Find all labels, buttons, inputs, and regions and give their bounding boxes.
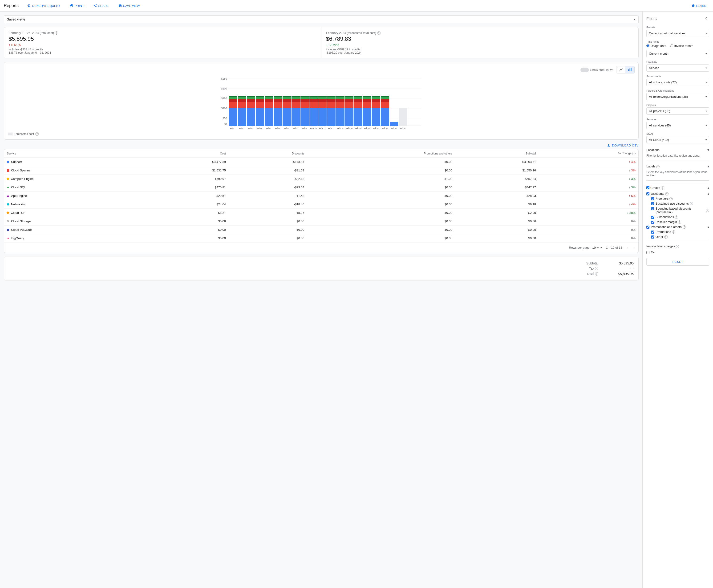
subtotal-cell: $3,303.51 [455,158,539,166]
download-csv-button[interactable]: DOWNLOAD CSV [607,143,638,147]
services-select[interactable]: All services (45) [646,122,709,129]
promo-others-help-icon[interactable]: ? [683,225,686,229]
skus-select[interactable]: All SKUs (402) [646,136,709,143]
discounts-item: Discounts ? ▴ [646,192,709,195]
services-dropdown[interactable]: All services (45) [646,122,709,129]
prev-page-button[interactable]: ‹ [626,245,629,250]
summary-actual-help-icon[interactable]: ? [55,31,58,35]
show-cumulative-toggle[interactable]: Show cumulative [581,68,613,72]
subscriptions-help-icon[interactable]: ? [675,215,678,219]
collapse-sidebar-button[interactable] [703,15,709,22]
discounts-checkbox[interactable] [646,192,649,195]
footer-tax-value: — [612,267,634,270]
promo-others-chevron-up-icon[interactable]: ▴ [708,225,709,229]
presets-dropdown[interactable]: Current month, all services [646,30,709,37]
folders-select[interactable]: All folders/organizations (28) [646,93,709,100]
cost-cell: $0.00 [145,234,229,243]
labels-toggle-row[interactable]: Labels ? ▾ [646,163,709,170]
print-button[interactable]: PRINT [67,2,87,9]
invoice-charges-help-icon[interactable]: ? [676,245,679,248]
promo-and-others-checkbox[interactable] [646,226,649,229]
svg-rect-40 [256,97,264,99]
tax-checkbox[interactable] [646,251,649,254]
promo-cell: $0.00 [307,166,455,175]
promotions-help-icon[interactable]: ? [672,230,675,234]
presets-select[interactable]: Current month, all services [646,30,709,37]
subaccounts-dropdown[interactable]: All subaccounts (27) [646,79,709,86]
free-tiers-checkbox[interactable] [651,197,654,201]
credits-help-icon[interactable]: ? [661,186,664,190]
svg-text:Feb 10: Feb 10 [310,127,317,129]
summary-actual-change-desc: $35.73 over January 6 – 31, 2024 [9,51,316,55]
svg-rect-47 [265,96,273,97]
save-view-button[interactable]: SAVE VIEW [116,2,143,9]
projects-select[interactable]: All projects (53) [646,107,709,115]
cumulative-switch[interactable] [581,68,589,72]
free-tiers-help-icon[interactable]: ? [669,197,673,201]
sustained-use-help-icon[interactable]: ? [690,202,693,205]
skus-dropdown[interactable]: All SKUs (402) [646,136,709,143]
next-page-button[interactable]: › [633,245,635,250]
locations-toggle-row[interactable]: Locations ▾ [646,147,709,153]
generate-query-button[interactable]: GENERATE QUERY [24,2,63,9]
other-checkbox[interactable] [651,235,654,238]
summary-forecast-help-icon[interactable]: ? [377,31,380,35]
discounts-help-icon[interactable]: ? [665,192,669,195]
svg-rect-37 [256,108,264,126]
skus-label: SKUs [646,132,709,135]
line-chart-button[interactable] [616,66,625,73]
labels-help-icon[interactable]: ? [656,165,659,168]
svg-rect-117 [372,99,380,102]
svg-rect-123 [381,99,389,102]
saved-views-select[interactable]: Saved views ▾ [4,15,638,23]
other-help-icon[interactable]: ? [664,235,668,238]
summary-row: February 1 – 26, 2024 (total cost) ? $5,… [4,27,638,58]
usage-date-radio[interactable]: Usage date [646,44,666,47]
service-cell: ★ BigQuery [4,234,145,243]
svg-rect-71 [300,96,309,97]
svg-rect-50 [274,102,282,108]
footer-tax-row: Tax ? — [9,266,634,271]
current-month-select[interactable]: Current month [646,50,709,57]
svg-text:Feb 28: Feb 28 [400,127,406,129]
reseller-margin-checkbox[interactable] [651,220,654,224]
rows-per-page-select[interactable]: 10 25 50 [591,246,600,250]
discounts-chevron-up-icon[interactable]: ▴ [708,192,709,195]
group-by-select[interactable]: Service [646,64,709,71]
change-cell: ↑ 4% [539,158,638,166]
data-table: Service Cost Discounts Promotions and ot… [4,149,638,253]
labels-chevron-down-icon[interactable]: ▾ [707,164,709,169]
svg-rect-59 [282,96,291,97]
group-by-dropdown[interactable]: Service [646,64,709,71]
total-help-icon[interactable]: ? [595,272,598,275]
invoice-month-radio[interactable]: Invoice month [670,44,693,47]
tax-help-icon[interactable]: ? [595,267,598,270]
credits-checkbox[interactable] [646,186,649,189]
table-row: Compute Engine $590.97 -$32.13 -$1.00 $5… [4,175,638,183]
svg-text:$50: $50 [223,117,227,120]
svg-text:Feb 16: Feb 16 [346,127,353,129]
folders-dropdown[interactable]: All folders/organizations (28) [646,93,709,100]
svg-rect-73 [309,108,318,126]
table-row: Networking $24.64 -$18.46 $0.00 $6.18 ↑ … [4,200,638,209]
spending-based-checkbox[interactable] [651,207,654,210]
forecasted-help-icon[interactable]: ? [35,132,39,135]
locations-chevron-down-icon[interactable]: ▾ [707,148,709,152]
cost-cell: $1,631.75 [145,166,229,175]
svg-rect-76 [309,97,318,99]
bar-chart-button[interactable] [625,66,634,73]
projects-dropdown[interactable]: All projects (53) [646,107,709,115]
credits-chevron-up-icon[interactable]: ▴ [707,186,709,190]
change-cell: ↑ 5% [539,192,638,200]
learn-button[interactable]: LEARN [689,2,709,9]
spending-based-help-icon[interactable]: ? [706,209,709,212]
current-month-dropdown[interactable]: Current month [646,50,709,57]
sustained-use-checkbox[interactable] [651,202,654,205]
subaccounts-select[interactable]: All subaccounts (27) [646,79,709,86]
reset-button[interactable]: RESET [646,258,709,266]
reseller-margin-help-icon[interactable]: ? [678,220,681,224]
share-button[interactable]: SHARE [90,2,112,9]
promotions-checkbox[interactable] [651,231,654,234]
subtotal-cell: $0.00 [455,226,539,234]
subscriptions-checkbox[interactable] [651,216,654,219]
